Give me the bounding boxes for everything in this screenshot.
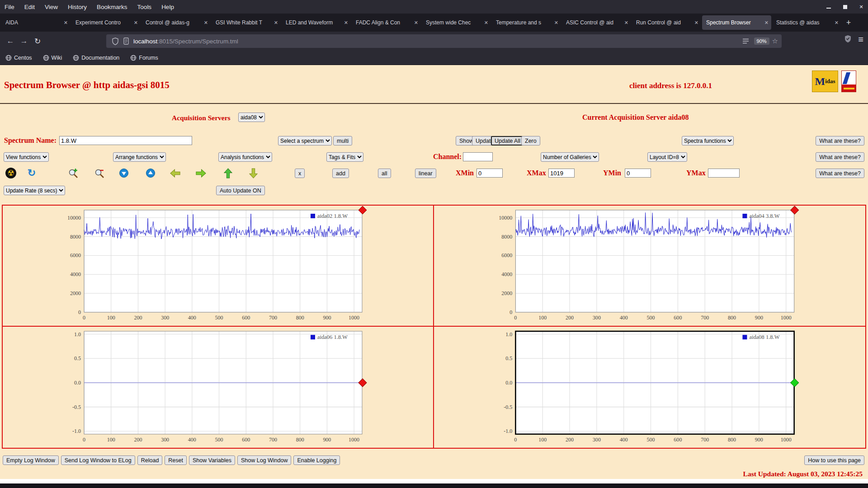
what-are-these-button-2[interactable]: What are these? [816,152,864,162]
zoom-level-badge[interactable]: 90% [754,38,769,45]
xmax-input[interactable] [548,169,575,178]
page-down-icon-button[interactable] [118,167,130,179]
zoom-out-icon-button[interactable] [93,167,106,179]
tab-close-icon[interactable]: ✕ [693,20,698,26]
plot-cell-aida06[interactable]: 01002003004005006007008009001000-1.0-0.5… [3,327,434,448]
number-of-galleries-dropdown[interactable]: Number of Galleries [541,152,599,162]
close-window-button[interactable]: ✕ [858,4,864,10]
spectrum-name-input[interactable] [59,136,192,145]
page-info-icon[interactable] [121,36,132,47]
reload-button[interactable]: ↻ [31,34,44,48]
tab-fadc-align-con[interactable]: FADC Align & Con ✕ [352,15,421,30]
bookmark-centos[interactable]: Centos [5,55,32,61]
menu-item-bookmarks[interactable]: Bookmarks [97,4,127,10]
what-are-these-button-1[interactable]: What are these? [816,136,864,145]
tab-experiment-contro[interactable]: Experiment Contro ✕ [71,15,141,30]
spectra-functions-dropdown[interactable]: Spectra functions [682,136,734,145]
plot-cell-aida08[interactable]: 01002003004005006007008009001000-1.0-0.5… [434,327,865,448]
reader-view-icon[interactable] [741,36,751,47]
footer-button-show-variables[interactable]: Show Variables [189,455,235,465]
move-left-icon-button[interactable] [169,167,181,179]
footer-button-reload[interactable]: Reload [137,455,163,465]
radiation-icon-button[interactable]: ☢ [5,167,17,179]
all-button[interactable]: all [378,169,391,178]
url-bar[interactable]: localhost:8015/Spectrum/Spectrum.tml 90%… [106,34,782,48]
tab-close-icon[interactable]: ✕ [833,20,839,26]
tab-close-icon[interactable]: ✕ [552,20,558,26]
view-functions-dropdown[interactable]: View functions [4,152,49,162]
tab-close-icon[interactable]: ✕ [623,20,628,26]
tab-aida[interactable]: AIDA ✕ [1,15,71,30]
ymin-input[interactable] [625,169,651,178]
menu-item-history[interactable]: History [68,4,87,10]
menu-item-help[interactable]: Help [161,4,174,10]
tab-statistics-aidas[interactable]: Statistics @ aidas ✕ [772,15,841,30]
tracking-protection-shield-icon[interactable] [110,36,121,47]
footer-button-enable-logging[interactable]: Enable Logging [293,455,340,465]
update-rate-dropdown[interactable]: Update Rate (8 secs) [4,186,65,195]
tab-system-wide-chec[interactable]: System wide Chec ✕ [422,15,491,30]
tab-close-icon[interactable]: ✕ [62,20,68,26]
bookmark-star-icon[interactable]: ☆ [772,37,778,45]
acquisition-server-select[interactable]: aida08 [238,113,265,122]
zero-button[interactable]: Zero [521,136,540,145]
tab-close-icon[interactable]: ✕ [482,20,488,26]
plot-cell-aida02[interactable]: 0100200300400500600700800900100002000400… [3,206,434,327]
tab-close-icon[interactable]: ✕ [202,20,208,26]
tab-close-icon[interactable]: ✕ [342,20,348,26]
channel-input[interactable] [463,152,493,161]
minimize-button[interactable] [826,4,832,10]
footer-button-send-log-window-to-elog[interactable]: Send Log Window to ELog [61,455,135,465]
new-tab-button[interactable]: + [842,16,855,29]
tab-temperature-and-s[interactable]: Temperature and s ✕ [492,15,561,30]
select-a-spectrum-dropdown[interactable]: Select a spectrum [278,136,332,145]
plot-cell-aida04[interactable]: 0100200300400500600700800900100002000400… [434,206,865,327]
move-right-icon-button[interactable] [194,167,207,179]
move-down-icon-button[interactable] [247,167,259,179]
tab-gsi-white-rabbit-t[interactable]: GSI White Rabbit T ✕ [212,15,281,30]
menu-item-edit[interactable]: Edit [24,4,35,10]
tags-fits-dropdown[interactable]: Tags & Fits [326,152,363,162]
tab-close-icon[interactable]: ✕ [272,20,278,26]
menu-item-view[interactable]: View [45,4,58,10]
refresh-icon-button[interactable]: ↻ [25,167,38,179]
add-button[interactable]: add [332,169,349,178]
tab-led-and-waveform[interactable]: LED and Waveform ✕ [282,15,351,30]
tab-close-icon[interactable]: ✕ [412,20,418,26]
forward-button[interactable]: → [17,34,31,48]
auto-update-button[interactable]: Auto Update ON [216,186,265,195]
layout-id-dropdown[interactable]: Layout ID=8 [647,152,687,162]
xmin-input[interactable] [476,169,503,178]
menu-item-file[interactable]: File [5,4,14,10]
tab-spectrum-browser[interactable]: Spectrum Browser ✕ [702,15,771,30]
how-to-use-button[interactable]: How to use this page [804,455,864,465]
midas-logo[interactable]: Midas [812,70,838,92]
bookmark-documentation[interactable]: Documentation [73,55,119,61]
multi-button[interactable]: multi [333,136,352,145]
menu-item-tools[interactable]: Tools [137,4,152,10]
update-all-button[interactable]: Update All [491,136,524,145]
linear-button[interactable]: linear [415,169,436,178]
bookmark-wiki[interactable]: Wiki [43,55,62,61]
x-button[interactable]: x [295,169,305,178]
menu-hamburger-icon[interactable]: ≡ [858,34,863,45]
partner-logo[interactable] [841,70,856,92]
back-button[interactable]: ← [4,34,17,48]
arrange-functions-dropdown[interactable]: Arrange functions [113,152,166,162]
ymax-input[interactable] [708,169,740,178]
footer-button-reset[interactable]: Reset [165,455,187,465]
bookmark-forums[interactable]: Forums [130,55,158,61]
footer-button-show-log-window[interactable]: Show Log Window [237,455,292,465]
page-up-icon-button[interactable] [144,167,157,179]
analysis-functions-dropdown[interactable]: Analysis functions [218,152,272,162]
tab-control-aidas-g[interactable]: Control @ aidas-g ✕ [142,15,211,30]
tab-asic-control-aid[interactable]: ASIC Control @ aid ✕ [562,15,631,30]
zoom-in-icon-button[interactable] [67,167,80,179]
tab-close-icon[interactable]: ✕ [132,20,138,26]
tab-close-icon[interactable]: ✕ [763,20,769,26]
footer-button-empty-log-window[interactable]: Empty Log Window [3,455,59,465]
extension-shield-icon[interactable] [844,35,852,45]
tab-run-control-aid[interactable]: Run Control @ aid ✕ [632,15,701,30]
move-up-icon-button[interactable] [222,167,234,179]
maximize-button[interactable] [842,4,848,10]
